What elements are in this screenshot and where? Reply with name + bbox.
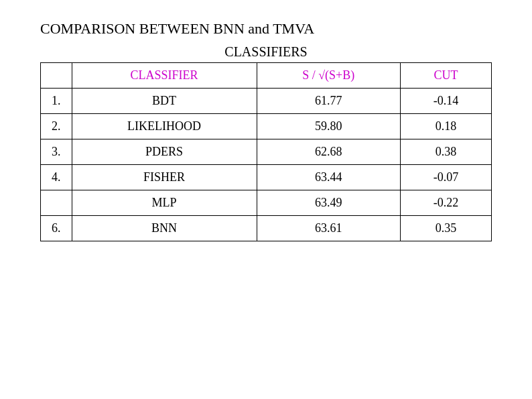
table-row: MLP63.49-0.22 — [41, 190, 492, 216]
row-cut: 0.35 — [400, 216, 491, 241]
row-classifier: FISHER — [72, 165, 257, 190]
row-cut: -0.14 — [400, 89, 491, 114]
row-signal: 61.77 — [257, 89, 400, 114]
row-cut: 0.38 — [400, 139, 491, 165]
header-signal: S / √(S+B) — [257, 63, 400, 89]
row-classifier: PDERS — [72, 139, 257, 165]
row-signal: 63.44 — [257, 165, 400, 190]
page-title: COMPARISON BETWEEN BNN and TMVA — [40, 20, 314, 38]
table-row: 2.LIKELIHOOD59.800.18 — [41, 114, 492, 139]
row-number: 6. — [41, 216, 72, 241]
row-number: 3. — [41, 139, 72, 165]
table-row: 1.BDT61.77-0.14 — [41, 89, 492, 114]
row-cut: -0.07 — [400, 165, 491, 190]
row-signal: 62.68 — [257, 139, 400, 165]
row-cut: 0.18 — [400, 114, 491, 139]
row-cut: -0.22 — [400, 190, 491, 216]
row-signal: 63.49 — [257, 190, 400, 216]
row-number: 4. — [41, 165, 72, 190]
comparison-table: CLASSIFIER S / √(S+B) CUT 1.BDT61.77-0.1… — [40, 62, 492, 241]
header-cut: CUT — [400, 63, 491, 89]
row-classifier: MLP — [72, 190, 257, 216]
row-number: 1. — [41, 89, 72, 114]
row-classifier: LIKELIHOOD — [72, 114, 257, 139]
row-number — [41, 190, 72, 216]
row-signal: 59.80 — [257, 114, 400, 139]
row-classifier: BNN — [72, 216, 257, 241]
header-num — [41, 63, 72, 89]
row-signal: 63.61 — [257, 216, 400, 241]
table-row: 6.BNN63.610.35 — [41, 216, 492, 241]
classifiers-label: CLASSIFIERS — [40, 44, 492, 60]
table-row: 3.PDERS62.680.38 — [41, 139, 492, 165]
row-number: 2. — [41, 114, 72, 139]
row-classifier: BDT — [72, 89, 257, 114]
table-row: 4.FISHER63.44-0.07 — [41, 165, 492, 190]
header-classifier: CLASSIFIER — [72, 63, 257, 89]
